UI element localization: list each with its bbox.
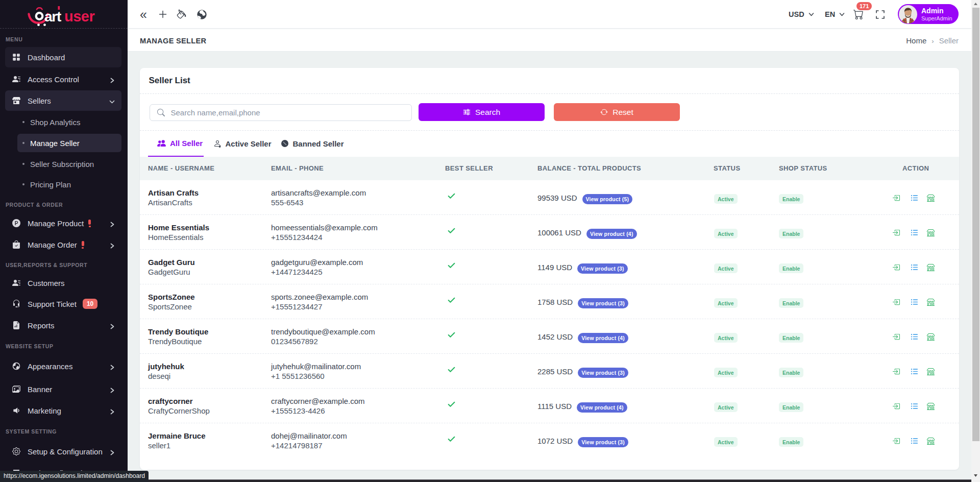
svg-text:art: art [44,9,61,25]
svg-text:user: user [64,8,94,25]
